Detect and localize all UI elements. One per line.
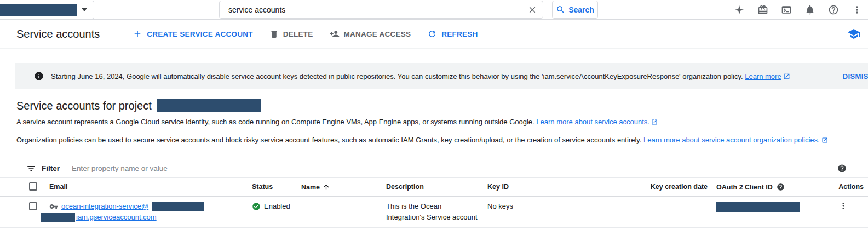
global-search-box[interactable] xyxy=(219,1,543,19)
caret-down-icon xyxy=(82,8,87,11)
project-selector[interactable] xyxy=(0,1,94,19)
filter-help-icon[interactable] xyxy=(837,164,847,173)
toolbar-actions: CREATE SERVICE ACCOUNT DELETE MANAGE ACC… xyxy=(133,29,478,39)
section-heading-text: Service accounts for project xyxy=(16,100,152,112)
cloud-shell-icon[interactable] xyxy=(781,4,792,15)
external-link-icon xyxy=(651,119,658,125)
clear-search-icon[interactable] xyxy=(527,5,537,15)
refresh-label: REFRESH xyxy=(441,30,478,38)
topbar-icon-group xyxy=(734,0,863,20)
email-line-2: iam.gserviceaccount.com xyxy=(41,212,243,223)
redacted-email-project-2 xyxy=(41,213,75,222)
intro-paragraph: A service account represents a Google Cl… xyxy=(16,117,868,126)
service-accounts-table: Filter Email Status Name Description Key… xyxy=(0,159,868,228)
notification-banner: Starting June 16, 2024, Google will auto… xyxy=(15,63,868,89)
refresh-button[interactable]: REFRESH xyxy=(427,29,478,39)
column-header-email[interactable]: Email xyxy=(45,178,248,195)
plus-icon xyxy=(133,29,142,39)
gift-icon[interactable] xyxy=(757,4,768,15)
help-icon[interactable] xyxy=(828,4,839,15)
top-bar: Search xyxy=(0,0,868,20)
info-icon xyxy=(34,71,44,81)
manage-access-button[interactable]: MANAGE ACCESS xyxy=(330,29,411,39)
column-header-actions: Actions xyxy=(819,178,868,195)
learn-more-service-accounts-link[interactable]: Learn more about service accounts. xyxy=(536,118,649,126)
oauth-client-id-cell xyxy=(712,197,819,216)
name-cell xyxy=(297,197,382,205)
email-cell: ocean-integration-service@ iam.gservicea… xyxy=(45,197,248,227)
banner-text: Starting June 16, 2024, Google will auto… xyxy=(51,72,743,80)
person-add-icon xyxy=(330,29,340,39)
external-link-icon xyxy=(783,73,790,80)
refresh-icon xyxy=(427,29,437,39)
learning-panel-icon[interactable] xyxy=(847,27,860,41)
description-cell: This is the Ocean Integration's Service … xyxy=(382,197,483,227)
delete-icon xyxy=(269,30,279,39)
redacted-project-selector xyxy=(0,4,77,16)
search-icon xyxy=(556,5,566,15)
manage-access-label: MANAGE ACCESS xyxy=(344,30,411,38)
status-cell: Enabled xyxy=(248,197,297,216)
policy-paragraph: Organization policies can be used to sec… xyxy=(16,135,868,145)
search-input[interactable] xyxy=(228,5,527,14)
column-header-key-id[interactable]: Key ID xyxy=(483,178,635,195)
column-header-oauth-client-id[interactable]: OAuth 2 Client ID xyxy=(712,178,819,196)
banner-message: Starting June 16, 2024, Google will auto… xyxy=(51,72,790,80)
filter-bar[interactable]: Filter xyxy=(0,159,868,178)
column-header-oauth-label: OAuth 2 Client ID xyxy=(716,183,773,191)
page-title: Service accounts xyxy=(16,28,100,41)
learn-more-org-policies-link[interactable]: Learn more about service account organiz… xyxy=(643,136,820,144)
create-service-account-button[interactable]: CREATE SERVICE ACCOUNT xyxy=(133,29,253,39)
delete-label: DELETE xyxy=(283,30,313,38)
delete-button[interactable]: DELETE xyxy=(269,30,313,39)
key-id-cell: No keys xyxy=(483,197,635,216)
email-link-domain[interactable]: iam.gserviceaccount.com xyxy=(76,212,157,223)
table-header-row: Email Status Name Description Key ID Key… xyxy=(0,178,868,197)
search-button[interactable]: Search xyxy=(552,1,598,19)
intro-text: A service account represents a Google Cl… xyxy=(16,118,534,126)
create-service-account-label: CREATE SERVICE ACCOUNT xyxy=(147,30,253,38)
select-all-checkbox[interactable] xyxy=(29,182,37,191)
table-row[interactable]: ocean-integration-service@ iam.gservicea… xyxy=(0,197,868,228)
column-header-name[interactable]: Name xyxy=(297,178,382,196)
status-enabled-icon xyxy=(252,202,261,211)
external-link-icon xyxy=(821,137,828,143)
oauth-help-icon[interactable] xyxy=(777,183,785,191)
actions-cell xyxy=(819,197,868,215)
notifications-icon[interactable] xyxy=(804,4,815,15)
key-creation-date-cell xyxy=(635,197,712,205)
sort-ascending-icon xyxy=(322,183,330,191)
row-actions-icon[interactable] xyxy=(838,201,848,211)
search-button-label: Search xyxy=(568,5,594,14)
column-header-key-creation-date[interactable]: Key creation date xyxy=(635,178,712,195)
email-link-user[interactable]: ocean-integration-service@ xyxy=(61,201,148,212)
email-line-1: ocean-integration-service@ xyxy=(49,201,243,212)
row-checkbox-cell xyxy=(15,197,45,210)
row-checkbox[interactable] xyxy=(29,202,37,210)
filter-input[interactable] xyxy=(72,164,832,172)
dismiss-button[interactable]: DISMISS xyxy=(836,67,868,86)
column-header-status[interactable]: Status xyxy=(248,178,297,195)
more-vert-icon[interactable] xyxy=(852,4,863,15)
redacted-email-project xyxy=(152,202,204,211)
gemini-icon[interactable] xyxy=(734,4,745,15)
section-heading: Service accounts for project xyxy=(16,99,868,112)
column-header-name-label: Name xyxy=(301,183,320,191)
filter-label: Filter xyxy=(42,164,60,172)
header-checkbox-cell xyxy=(15,178,45,191)
banner-learn-more-link[interactable]: Learn more xyxy=(745,72,781,80)
redacted-project-name xyxy=(157,99,261,112)
action-toolbar: Service accounts CREATE SERVICE ACCOUNT … xyxy=(0,20,868,48)
service-account-key-icon xyxy=(49,202,58,211)
policy-text: Organization policies can be used to sec… xyxy=(16,136,641,144)
status-text: Enabled xyxy=(264,201,290,212)
column-header-description[interactable]: Description xyxy=(382,178,483,195)
filter-icon xyxy=(26,164,36,174)
redacted-oauth-client-id xyxy=(716,202,800,212)
